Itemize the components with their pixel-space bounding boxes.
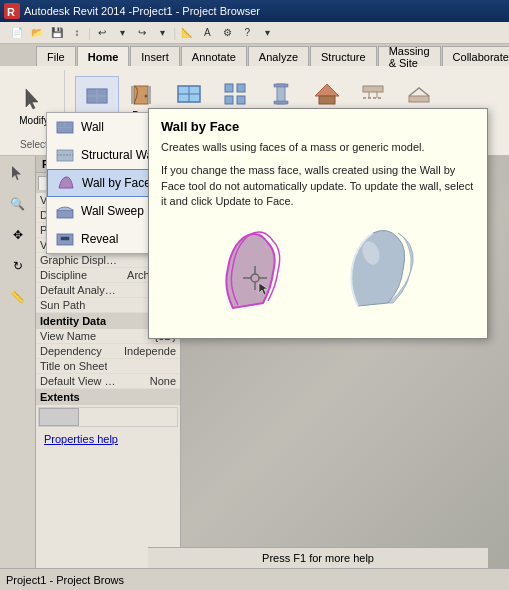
svg-rect-11 — [148, 86, 151, 104]
graphic-display-label: Graphic Display... — [40, 254, 120, 266]
svg-rect-43 — [57, 210, 73, 218]
scroll-bar[interactable] — [38, 407, 178, 427]
tab-annotate[interactable]: Annotate — [181, 46, 247, 66]
quick-access-buttons: 📄 📂 💾 ↕ | ↩ ▾ ↪ ▾ | 📐 A ⚙ ? ▾ — [4, 24, 280, 42]
select-tool[interactable] — [3, 158, 33, 188]
tooltip-description: Creates walls using faces of a mass or g… — [161, 140, 475, 155]
save-button[interactable]: 💾 — [48, 24, 66, 42]
tab-analyze[interactable]: Analyze — [248, 46, 309, 66]
sync-button[interactable]: ↕ — [68, 24, 86, 42]
svg-rect-18 — [237, 96, 245, 104]
svg-text:R: R — [7, 6, 15, 18]
tab-insert[interactable]: Insert — [130, 46, 180, 66]
tooltip-image-right — [333, 218, 433, 328]
title-bar-project: Project1 - Project Browser — [132, 5, 260, 17]
dependency-value: Independe — [124, 345, 176, 357]
tab-home[interactable]: Home — [77, 46, 130, 66]
svg-marker-22 — [315, 84, 339, 96]
qat-dropdown[interactable]: ▾ — [258, 24, 276, 42]
undo-dropdown[interactable]: ▾ — [113, 24, 131, 42]
tooltip-popup: Wall by Face Creates walls using faces o… — [148, 108, 488, 339]
tab-collaborate[interactable]: Collaborate — [442, 46, 509, 66]
open-button[interactable]: 📂 — [28, 24, 46, 42]
svg-rect-10 — [131, 86, 134, 104]
structural-wall-menu-icon — [55, 145, 75, 165]
text-button[interactable]: A — [198, 24, 216, 42]
title-bar: R Autodesk Revit 2014 - Project1 - Proje… — [0, 0, 509, 22]
svg-rect-20 — [274, 84, 288, 87]
orbit-tool[interactable]: ↻ — [3, 251, 33, 281]
svg-point-9 — [145, 94, 148, 97]
wall-sweep-menu-icon — [55, 201, 75, 221]
pan-tool[interactable]: ✥ — [3, 220, 33, 250]
extents-header: Extents — [36, 389, 180, 405]
app-logo: R — [4, 3, 20, 19]
status-bar: Project1 - Project Brows — [0, 568, 509, 590]
measure-button[interactable]: 📐 — [178, 24, 196, 42]
undo-button[interactable]: ↩ — [93, 24, 111, 42]
wall-menu-icon — [55, 117, 75, 137]
wall-by-face-menu-icon — [56, 173, 76, 193]
default-analysis-label: Default Analysis... — [40, 284, 120, 296]
tooltip-title: Wall by Face — [161, 119, 475, 134]
tab-file[interactable]: File — [36, 46, 76, 66]
tooltip-footer: Press F1 for more help — [148, 547, 488, 568]
menu-structural-wall-label: Structural Wall — [81, 148, 159, 162]
svg-rect-17 — [225, 96, 233, 104]
title-bar-text: Autodesk Revit 2014 - — [24, 5, 132, 17]
redo-button[interactable]: ↪ — [133, 24, 151, 42]
svg-rect-28 — [409, 96, 429, 102]
properties-help-link[interactable]: Properties help — [40, 431, 122, 447]
measure-tool[interactable]: 📏 — [3, 282, 33, 312]
new-button[interactable]: 📄 — [8, 24, 26, 42]
svg-rect-24 — [363, 86, 383, 92]
tab-massing[interactable]: Massing & Site — [378, 46, 441, 66]
zoom-tool[interactable]: 🔍 — [3, 189, 33, 219]
svg-rect-16 — [237, 84, 245, 92]
default-view-te-label: Default View Te... — [40, 375, 120, 387]
modify-icon — [18, 83, 50, 115]
title-on-sheet-label: Title on Sheet — [40, 360, 107, 372]
menu-wall-sweep-label: Wall Sweep — [81, 204, 144, 218]
ribbon-tabs: File Home Insert Annotate Analyze Struct… — [0, 44, 509, 66]
dependency-label: Dependency — [40, 345, 102, 357]
svg-rect-21 — [274, 101, 288, 104]
menu-wall-by-face-label: Wall by Face — [82, 176, 151, 190]
view-name-label: View Name — [40, 330, 96, 342]
column-icon — [265, 78, 297, 110]
component-icon — [219, 78, 251, 110]
properties-help-container: Properties help — [36, 429, 180, 449]
tab-structure[interactable]: Structure — [310, 46, 377, 66]
settings-button[interactable]: ⚙ — [218, 24, 236, 42]
left-toolstrip: 🔍 ✥ ↻ 📏 — [0, 156, 36, 586]
ceiling-icon — [357, 78, 389, 110]
menu-wall-label: Wall — [81, 120, 104, 134]
help-button[interactable]: ? — [238, 24, 256, 42]
floor-icon — [403, 78, 435, 110]
sun-path-label: Sun Path — [40, 299, 85, 311]
tooltip-image-left — [203, 218, 323, 328]
svg-rect-45 — [61, 237, 69, 240]
svg-rect-23 — [319, 96, 335, 104]
tooltip-footer-text: Press F1 for more help — [262, 552, 374, 564]
tooltip-detail: If you change the mass face, walls creat… — [161, 163, 475, 209]
door-icon — [127, 78, 159, 110]
svg-marker-2 — [26, 89, 38, 109]
discipline-label: Discipline — [40, 269, 87, 281]
default-view-te-row[interactable]: Default View Te... None — [36, 374, 180, 389]
tooltip-images — [161, 218, 475, 328]
title-on-sheet-row[interactable]: Title on Sheet — [36, 359, 180, 374]
dependency-row[interactable]: Dependency Independe — [36, 344, 180, 359]
menu-reveal-label: Reveal — [81, 232, 118, 246]
quick-access-toolbar: 📄 📂 💾 ↕ | ↩ ▾ ↪ ▾ | 📐 A ⚙ ? ▾ — [0, 22, 509, 44]
svg-rect-15 — [225, 84, 233, 92]
svg-marker-37 — [12, 166, 21, 180]
redo-dropdown[interactable]: ▾ — [153, 24, 171, 42]
window-icon — [173, 78, 205, 110]
default-view-te-value: None — [150, 375, 176, 387]
status-bar-text: Project1 - Project Brows — [6, 574, 124, 586]
modify-label: Modify — [19, 115, 48, 126]
wall-icon — [81, 79, 113, 111]
roof-icon — [311, 78, 343, 110]
reveal-menu-icon — [55, 229, 75, 249]
